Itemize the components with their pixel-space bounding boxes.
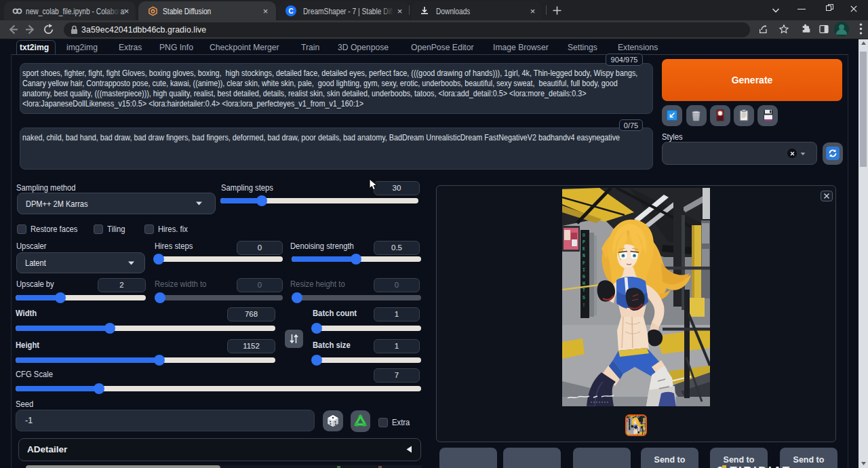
svg-text:C: C bbox=[288, 7, 293, 15]
